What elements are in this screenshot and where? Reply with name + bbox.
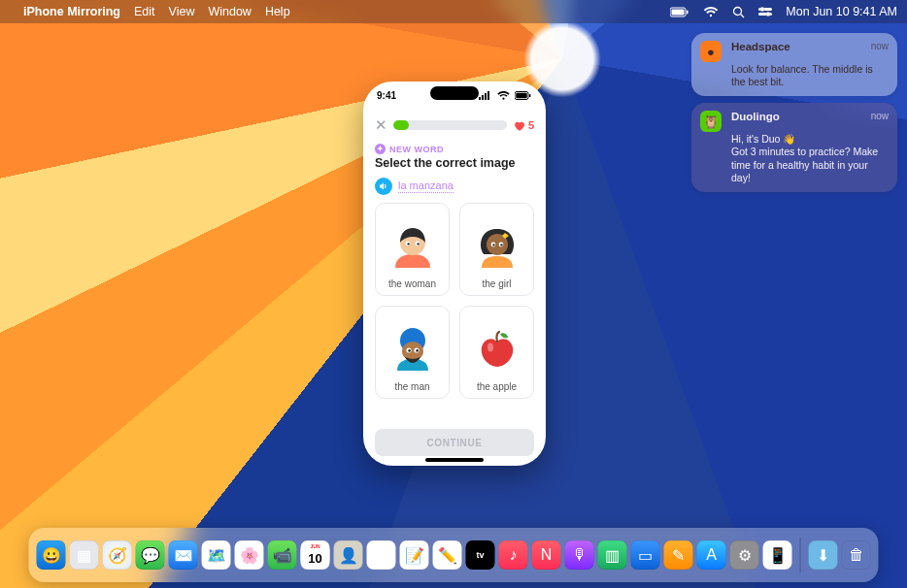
dock-safari-icon[interactable]: 🧭 (103, 540, 132, 570)
option-label: the girl (482, 278, 511, 289)
menu-window[interactable]: Window (208, 5, 251, 18)
dock-launchpad-icon[interactable]: ▦ (70, 540, 99, 570)
duolingo-lesson-screen: ✕ 5 ✦ NEW WORD Select the correct image … (363, 109, 546, 466)
dock-podcasts-icon[interactable]: 🎙 (565, 540, 594, 570)
notification-title: Duolingo (731, 111, 863, 132)
svg-rect-14 (516, 93, 526, 98)
dock-divider (800, 538, 801, 572)
hearts-counter[interactable]: 5 (513, 119, 534, 132)
dock-maps-icon[interactable]: 🗺️ (202, 540, 231, 570)
dock-reminders-icon[interactable]: ☰ (367, 540, 396, 570)
dock-numbers-icon[interactable]: ▥ (598, 540, 627, 570)
menu-help[interactable]: Help (265, 5, 290, 18)
spotlight-icon[interactable] (732, 6, 745, 18)
duolingo-app-icon: 🦉 (700, 111, 722, 132)
dock-trash-icon[interactable]: 🗑 (842, 540, 871, 570)
hearts-count: 5 (528, 119, 534, 131)
svg-point-8 (766, 12, 770, 16)
option-the-woman[interactable]: the woman (375, 203, 450, 296)
speaker-icon[interactable] (375, 178, 392, 195)
girl-illustration (470, 221, 524, 276)
svg-point-25 (500, 244, 502, 245)
dock-music-icon[interactable]: ♪ (499, 540, 528, 570)
svg-rect-10 (482, 95, 484, 100)
continue-button[interactable]: CONTINUE (375, 429, 534, 456)
dock-notes-icon[interactable]: 📝 (400, 540, 429, 570)
wifi-icon[interactable] (703, 7, 719, 17)
svg-rect-12 (487, 91, 489, 100)
notification-time: now (871, 41, 889, 62)
notification-body: Hi, it's Duo 👋 Got 3 minutes to practice… (731, 133, 889, 184)
close-icon[interactable]: ✕ (375, 116, 387, 134)
lesson-prompt: Select the correct image (375, 156, 534, 170)
iphone-mirror-window[interactable]: 9:41 ✕ 5 ✦ NEW WORD Select the correct i… (363, 82, 546, 466)
dock-contacts-icon[interactable]: 👤 (334, 540, 363, 570)
dock-freeform-icon[interactable]: ✏️ (433, 540, 462, 570)
dock-photos-icon[interactable]: 🌸 (235, 540, 264, 570)
svg-rect-2 (687, 10, 689, 14)
svg-point-30 (408, 349, 411, 352)
svg-point-32 (487, 343, 493, 352)
apple-illustration (470, 324, 524, 378)
dock-downloads-icon[interactable]: ⬇ (809, 540, 838, 570)
svg-line-4 (741, 14, 745, 17)
speak-word-text: la manzana (398, 180, 454, 193)
menubar-clock[interactable]: Mon Jun 10 9:41 AM (786, 5, 897, 18)
menu-view[interactable]: View (169, 5, 195, 18)
dock-settings-icon[interactable]: ⚙ (730, 540, 759, 570)
dock-mirroring-icon[interactable]: 📱 (763, 540, 792, 570)
badge-text: NEW WORD (389, 145, 444, 154)
new-word-badge: ✦ NEW WORD (375, 144, 534, 154)
man-illustration (386, 324, 440, 378)
option-label: the man (394, 381, 429, 392)
phone-time: 9:41 (377, 90, 396, 101)
notification-stack: ● Headspace now Look for balance. The mi… (691, 33, 897, 192)
option-the-girl[interactable]: the girl (459, 203, 534, 296)
svg-rect-1 (672, 9, 685, 15)
dock-appstore-icon[interactable]: A (697, 540, 726, 570)
svg-point-20 (417, 243, 419, 245)
option-label: the apple (477, 381, 517, 392)
dock-finder-icon[interactable]: 😀 (37, 540, 66, 570)
headspace-app-icon: ● (700, 41, 722, 62)
dock-facetime-icon[interactable]: 📹 (268, 540, 297, 570)
svg-point-27 (402, 342, 423, 361)
battery-icon[interactable] (670, 7, 689, 17)
svg-point-3 (734, 7, 742, 15)
dock-keynote-icon[interactable]: ▭ (631, 540, 660, 570)
sparkle-icon: ✦ (375, 144, 386, 154)
dock-tv-icon[interactable]: tv (466, 540, 495, 570)
svg-rect-15 (529, 94, 530, 97)
control-center-icon[interactable] (758, 6, 772, 17)
speak-word-row[interactable]: la manzana (375, 178, 534, 195)
notification-time: now (871, 111, 889, 132)
dock-mail-icon[interactable]: ✉️ (169, 540, 198, 570)
notification-headspace[interactable]: ● Headspace now Look for balance. The mi… (691, 33, 897, 96)
dock: 😀▦🧭💬✉️🗺️🌸📹JUN10👤☰📝✏️tv♪N🎙▥▭✎A⚙📱⬇🗑 (29, 528, 879, 582)
dock-messages-icon[interactable]: 💬 (136, 540, 165, 570)
option-label: the woman (388, 278, 436, 289)
svg-rect-11 (485, 93, 487, 100)
dock-pages-icon[interactable]: ✎ (664, 540, 693, 570)
menubar-app-name[interactable]: iPhone Mirroring (23, 5, 120, 18)
dock-calendar-icon[interactable]: JUN10 (301, 540, 330, 570)
option-the-apple[interactable]: the apple (459, 306, 534, 399)
woman-illustration (386, 221, 440, 276)
svg-point-31 (416, 349, 419, 352)
notification-title: Headspace (731, 41, 863, 62)
phone-status-icons (479, 90, 532, 101)
dock-news-icon[interactable]: N (532, 540, 561, 570)
answer-grid: the woman the girl (375, 203, 534, 399)
lesson-progress-bar (393, 120, 507, 130)
svg-point-7 (760, 7, 764, 11)
svg-point-24 (492, 244, 494, 245)
menu-edit[interactable]: Edit (134, 5, 155, 18)
svg-rect-9 (479, 97, 481, 100)
notification-duolingo[interactable]: 🦉 Duolingo now Hi, it's Duo 👋 Got 3 minu… (691, 103, 897, 192)
menubar: iPhone Mirroring Edit View Window Help M… (0, 0, 907, 23)
svg-point-19 (407, 243, 409, 245)
phone-statusbar: 9:41 (363, 87, 546, 103)
home-indicator[interactable] (425, 458, 484, 462)
option-the-man[interactable]: the man (375, 306, 450, 399)
notification-body: Look for balance. The middle is the best… (731, 63, 889, 88)
